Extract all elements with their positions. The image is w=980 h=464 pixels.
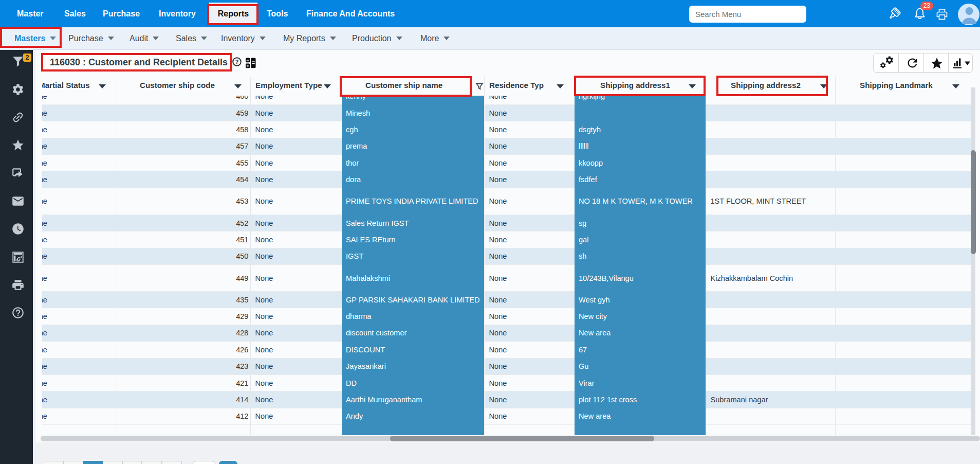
svg-text:?: ?: [235, 59, 239, 65]
